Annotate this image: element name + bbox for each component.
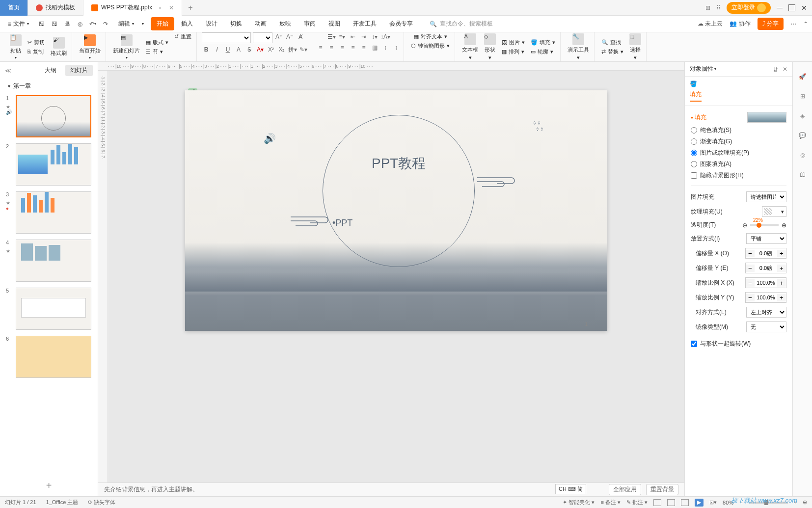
edit-menu[interactable]: 编辑▾ xyxy=(114,18,138,30)
tab-devtools[interactable]: 开发工具 xyxy=(347,17,382,30)
fill-pattern-radio[interactable]: 图案填充(A) xyxy=(691,159,786,170)
picture-button[interactable]: 🖼图片▾ xyxy=(500,38,527,47)
superscript-button[interactable]: X² xyxy=(267,45,275,54)
pin-icon[interactable]: ⭿ xyxy=(773,66,779,73)
font-select[interactable] xyxy=(202,32,251,43)
indent-left-button[interactable]: ⇤ xyxy=(349,32,357,41)
reset-bg-button[interactable]: 重置背景 xyxy=(646,484,678,495)
numbering-button[interactable]: ≡▾ xyxy=(338,32,347,41)
more-icon[interactable]: ⋯ xyxy=(790,21,796,27)
display-settings-icon[interactable]: ⊡▾ xyxy=(709,499,717,506)
close-panel-icon[interactable]: ✕ xyxy=(783,66,787,73)
slide-thumb-4[interactable]: 4 ★ xyxy=(6,240,92,282)
missing-font-button[interactable]: ⟳ 缺失字体 xyxy=(88,499,115,506)
add-tab-button[interactable]: + xyxy=(182,3,198,12)
increase-transparency-button[interactable]: ⊕ xyxy=(782,222,786,229)
columns-button[interactable]: ▥ xyxy=(370,43,379,52)
tab-slideshow[interactable]: 放映 xyxy=(273,17,297,30)
slide-thumb-1[interactable]: 1 ★🔊 xyxy=(6,95,92,137)
message-icon[interactable]: 💬 xyxy=(798,131,808,140)
settings-icon[interactable]: ⊞ xyxy=(798,91,808,101)
arrange-button[interactable]: ▦排列▾ xyxy=(500,48,527,56)
file-menu[interactable]: ≡ 文件 ▾ xyxy=(4,18,33,30)
save-icon[interactable]: 🖫 xyxy=(38,20,46,28)
ruler-icon[interactable]: ◈ xyxy=(798,111,808,121)
redo-icon[interactable]: ↷ xyxy=(102,20,109,28)
tab-vip[interactable]: 会员专享 xyxy=(383,17,419,30)
strikethrough-button[interactable]: S̶ xyxy=(245,45,254,54)
rocket-icon[interactable]: 🚀 xyxy=(798,72,808,81)
comments-button[interactable]: ✎ 批注 ▾ xyxy=(626,499,648,506)
normal-view-button[interactable] xyxy=(653,499,661,506)
apply-all-button[interactable]: 全部应用 xyxy=(609,484,641,495)
tab-view[interactable]: 视图 xyxy=(323,17,346,30)
save-as-icon[interactable]: 🖫 xyxy=(51,20,58,28)
cut-button[interactable]: ✂剪切 xyxy=(26,38,47,47)
layout-button[interactable]: ▦版式▾ xyxy=(144,38,170,47)
audio-icon[interactable]: 🔊 xyxy=(264,133,276,144)
spacing-1-button[interactable]: ↕ xyxy=(381,43,390,52)
slideshow-button[interactable]: ▶ xyxy=(695,499,704,507)
outline-button[interactable]: ▭轮廓▾ xyxy=(529,48,557,56)
textbox-button[interactable]: A文本框▾ xyxy=(460,32,480,62)
slide-thumb-3[interactable]: 3 ★● xyxy=(6,191,92,234)
login-button[interactable]: 立即登录 xyxy=(727,2,771,14)
target-icon[interactable]: ◎ xyxy=(798,150,808,160)
fill-picture-radio[interactable]: 图片或纹理填充(P) xyxy=(691,147,786,159)
place-mode-select[interactable]: 平铺 xyxy=(746,233,786,244)
tab-home[interactable]: 首页 xyxy=(0,0,28,16)
close-tab-icon[interactable]: ✕ xyxy=(169,4,174,11)
shapes-button[interactable]: ◇形状▾ xyxy=(482,32,498,62)
bullets-button[interactable]: ☰▾ xyxy=(327,32,336,41)
tab-animation[interactable]: 动画 xyxy=(249,17,272,30)
align-right-button[interactable]: ≡ xyxy=(338,43,347,52)
tab-start[interactable]: 开始 xyxy=(151,17,174,30)
tab-menu-icon[interactable]: ▫ xyxy=(159,4,161,11)
print-icon[interactable]: 🖶 xyxy=(63,20,71,28)
indent-right-button[interactable]: ⇥ xyxy=(359,32,368,41)
slide-thumb-6[interactable]: 6 xyxy=(6,336,92,378)
section-button[interactable]: ☰节▾ xyxy=(144,48,170,56)
underline-button[interactable]: U xyxy=(223,45,232,54)
maximize-button[interactable] xyxy=(788,4,795,11)
distribute-button[interactable]: ≡ xyxy=(359,43,368,52)
mirror-select[interactable]: 无 xyxy=(746,321,786,332)
font-effect-button[interactable]: A xyxy=(234,45,243,54)
pic-fill-select[interactable]: 请选择图片 xyxy=(746,191,786,202)
notes-text[interactable]: 先介绍背景信息，再进入主题讲解。 xyxy=(104,485,198,494)
layout-icon[interactable]: ⊞ xyxy=(705,4,710,11)
scale-x-stepper[interactable]: −+ xyxy=(745,277,786,288)
tab-transition[interactable]: 切换 xyxy=(224,17,248,30)
italic-button[interactable]: I xyxy=(213,45,221,54)
sorter-view-button[interactable] xyxy=(667,499,675,506)
notes-button[interactable]: ≡ 备注 ▾ xyxy=(600,499,621,506)
texture-fill-select[interactable]: ▾ xyxy=(762,206,786,217)
decrease-transparency-button[interactable]: ⊖ xyxy=(742,222,747,229)
slide-content[interactable]: PPT教程 •PPT 🔊 ᨟ ᨟ ᨟ ᨟ 1 xyxy=(185,90,607,331)
slide-subtitle[interactable]: •PPT xyxy=(332,218,352,228)
fill-preview[interactable] xyxy=(747,112,786,123)
font-size-select[interactable] xyxy=(253,32,272,43)
offset-y-stepper[interactable]: −+ xyxy=(745,263,786,273)
fill-button[interactable]: 🪣填充▾ xyxy=(529,38,557,47)
tab-templates[interactable]: 找稻壳模板 xyxy=(28,0,83,16)
tab-insert[interactable]: 插入 xyxy=(175,17,199,30)
highlight-button[interactable]: ✎▾ xyxy=(299,45,308,54)
tab-review[interactable]: 审阅 xyxy=(298,17,322,30)
slide-canvas[interactable]: a1 a1 PPT教程 •PPT 🔊 ᨟ ᨟ ᨟ ᨟ 1 xyxy=(108,71,684,482)
book-icon[interactable]: 🕮 xyxy=(798,170,808,180)
outline-tab[interactable]: 大纲 xyxy=(40,65,61,76)
find-button[interactable]: 🔍查找 xyxy=(599,38,625,47)
tab-design[interactable]: 设计 xyxy=(200,17,223,30)
align-text-button[interactable]: ▦对齐文本▾ xyxy=(412,32,449,41)
align-center-button[interactable]: ≡ xyxy=(327,43,336,52)
new-slide-button[interactable]: ▤新建幻灯片▾ xyxy=(111,33,142,61)
format-painter-button[interactable]: 🖌格式刷 xyxy=(49,36,69,58)
replace-button[interactable]: ⇄替换▾ xyxy=(599,48,625,56)
clear-format-icon[interactable]: Ⱥ xyxy=(296,32,305,41)
format-dropdown[interactable]: ▾ xyxy=(142,22,144,26)
fit-zoom-button[interactable]: ⊕ xyxy=(803,499,807,506)
line-spacing-button[interactable]: ↕A▾ xyxy=(381,32,390,41)
fill-solid-radio[interactable]: 纯色填充(S) xyxy=(691,125,786,136)
close-window-button[interactable]: ✕ xyxy=(801,4,807,12)
